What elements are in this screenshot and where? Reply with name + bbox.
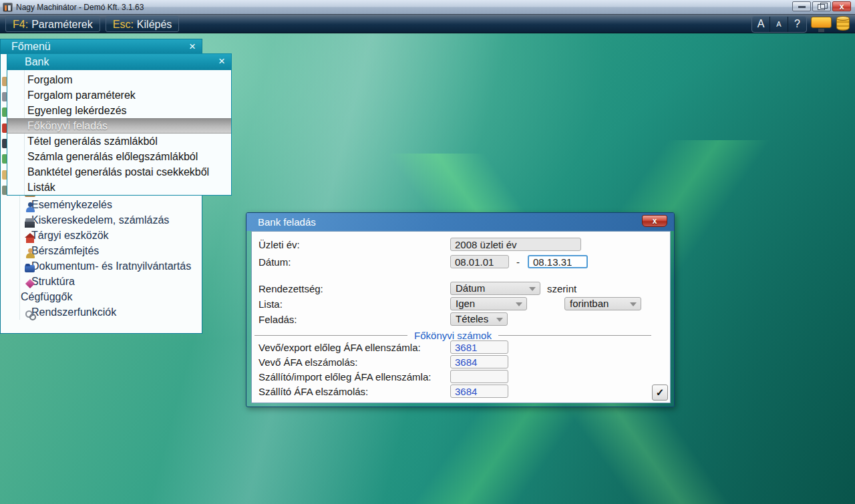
bank-menu-body: Forgalom Forgalom paraméterek Egyenleg l…: [7, 70, 231, 195]
bank-menu-items: Forgalom Forgalom paraméterek Egyenleg l…: [7, 72, 231, 195]
separator-line: [498, 335, 651, 336]
supplier-vat-settlement-field[interactable]: [450, 385, 508, 398]
close-icon: x: [833, 1, 850, 11]
ledger-section-title: Főkönyvi számok: [407, 330, 498, 341]
bank-item-forgalom[interactable]: Forgalom: [7, 72, 231, 87]
main-menu-titlebar[interactable]: Főmenü ×: [1, 39, 202, 54]
titlebar: Nagy Machinátor - Demó Kft. 3.1.63 x: [0, 0, 855, 15]
account-row: Vevő ÁFA elszámolás:: [252, 355, 670, 370]
menu-item-label: Rendszerfunkciók: [31, 306, 116, 318]
font-increase-button[interactable]: A: [752, 17, 770, 32]
sort-dropdown[interactable]: Dátum: [450, 282, 540, 295]
menubar: F4: Paraméterek Esc: Kilépés A A ?: [0, 15, 855, 33]
account-label: Vevő/export előleg ÁFA ellenszámla:: [259, 342, 421, 353]
checkmark-icon: ✓: [656, 387, 665, 398]
menu-item-esemenykezeles[interactable]: Eseménykezelés: [1, 197, 202, 212]
date-dash: -: [516, 256, 520, 268]
gears-icon: [25, 310, 35, 320]
font-decrease-button[interactable]: A: [770, 17, 788, 32]
bank-item-forgalom-parameterek[interactable]: Forgalom paraméterek: [7, 87, 231, 103]
minimize-button[interactable]: [792, 1, 811, 11]
sort-row: Rendezettség: Dátum szerint: [252, 282, 670, 296]
help-button[interactable]: ?: [788, 17, 806, 32]
dialog-title: Bank feladás: [258, 216, 316, 228]
bank-menu-close-icon[interactable]: ×: [218, 54, 225, 69]
sort-suffix: szerint: [547, 283, 576, 294]
business-year-field[interactable]: [450, 238, 581, 251]
menu-item-label: Dokumentum- és Iratnyilvántartás: [31, 260, 191, 272]
dialog-close-button[interactable]: x: [642, 215, 667, 227]
main-menu-close-icon[interactable]: ×: [189, 39, 196, 54]
f4-key-label: F4:: [13, 19, 28, 31]
bank-item-listak[interactable]: Listák: [7, 180, 231, 195]
supplier-import-advance-vat-field[interactable]: [450, 370, 508, 383]
cash-register-icon: [25, 218, 35, 228]
posting-row: Feladás: Tételes: [252, 312, 670, 327]
menu-item-berszamfejtes[interactable]: Bérszámfejtés: [1, 243, 202, 258]
bank-menu-title: Bank: [25, 56, 49, 68]
date-from-field[interactable]: [450, 255, 509, 268]
list-value: Igen: [456, 298, 475, 309]
close-button[interactable]: x: [832, 1, 851, 11]
list-row: Lista: Igen forintban: [252, 297, 670, 312]
menu-item-label: Struktúra: [31, 276, 75, 288]
customer-export-advance-vat-field[interactable]: [450, 340, 508, 354]
window-controls: x: [792, 1, 851, 11]
menu-item-struktura[interactable]: Struktúra: [1, 274, 202, 289]
list-dropdown[interactable]: Igen: [450, 297, 527, 310]
menu-item-targyi-eszkozok[interactable]: Tárgyi eszközök: [1, 228, 202, 243]
house-icon: [25, 233, 35, 243]
date-to-field[interactable]: [528, 255, 588, 268]
bank-item-banktetel-generalas[interactable]: Banktétel generálás postai csekkekből: [7, 164, 231, 180]
account-label: Vevő ÁFA elszámolás:: [259, 356, 357, 368]
window-title: Nagy Machinátor - Demó Kft. 3.1.63: [16, 3, 144, 12]
cube-icon: [25, 279, 35, 289]
account-row: Szállító ÁFA elszámolás:: [252, 385, 670, 399]
monitor-icon[interactable]: [811, 16, 832, 32]
menu-item-label: Cégfüggők: [21, 291, 72, 303]
currency-value: forintban: [570, 298, 609, 309]
payroll-person-icon: [25, 248, 35, 258]
separator-line: [254, 335, 407, 336]
confirm-button[interactable]: ✓: [652, 385, 668, 401]
menu-item-label: Kiskereskedelem, számlázás: [31, 214, 169, 226]
customer-vat-settlement-field[interactable]: [450, 355, 508, 368]
person-icon: [25, 202, 35, 212]
menu-item-kiskereskedelem[interactable]: Kiskereskedelem, számlázás: [1, 212, 202, 228]
esc-key-label: Esc:: [113, 19, 134, 31]
posting-label: Feladás:: [259, 314, 297, 325]
exit-label: Kilépés: [137, 19, 172, 31]
posting-value: Tételes: [456, 313, 488, 324]
application-window: Nagy Machinátor - Demó Kft. 3.1.63 x F4:…: [0, 0, 855, 504]
bank-item-szamla-generalas[interactable]: Számla generálás előlegszámlákból: [7, 149, 231, 164]
currency-dropdown[interactable]: forintban: [564, 297, 641, 310]
bank-menu-window: Bank × Forgalom Forgalom paraméterek Egy…: [7, 53, 232, 196]
menu-item-cegfuggok[interactable]: Cégfüggők: [1, 289, 202, 304]
folder-icon: [25, 264, 35, 274]
menu-item-dokumentum[interactable]: Dokumentum- és Iratnyilvántartás: [1, 258, 202, 274]
menu-item-label: Eseménykezelés: [31, 199, 112, 211]
account-label: Szállító ÁFA elszámolás:: [259, 386, 368, 397]
bank-menu-titlebar[interactable]: Bank ×: [7, 54, 231, 70]
menubar-right-group: A A ?: [751, 15, 851, 33]
menu-item-rendszerfunkciok[interactable]: Rendszerfunkciók: [1, 304, 202, 320]
posting-dropdown[interactable]: Tételes: [450, 312, 508, 326]
font-help-group: A A ?: [751, 16, 807, 33]
sort-label: Rendezettség:: [259, 283, 323, 294]
business-year-row: Üzleti év:: [252, 238, 670, 252]
ledger-section-separator: Főkönyvi számok: [254, 330, 651, 341]
exit-button[interactable]: Esc: Kilépés: [106, 16, 180, 32]
menu-item-label: Bérszámfejtés: [31, 245, 99, 257]
parameters-button[interactable]: F4: Paraméterek: [5, 16, 100, 32]
bank-item-fokonyvi-feladas-selected[interactable]: Főkönyvi feladás: [7, 118, 231, 134]
main-menu-items: Rendelés-nyilvántartás Eseménykezelés Ki…: [1, 182, 202, 320]
bank-item-tetel-generalas[interactable]: Tétel generálás számlákból: [7, 134, 231, 149]
business-year-label: Üzleti év:: [259, 239, 300, 250]
menu-item-label: Tárgyi eszközök: [31, 230, 109, 242]
account-row: Szállító/import előleg ÁFA ellenszámla:: [252, 370, 670, 385]
database-icon[interactable]: [836, 16, 850, 33]
bank-item-egyenleg-lekerdezes[interactable]: Egyenleg lekérdezés: [7, 103, 231, 118]
restore-button[interactable]: [812, 1, 831, 11]
dialog-titlebar[interactable]: Bank feladás x: [246, 213, 674, 231]
bank-feladas-dialog: Bank feladás x Üzleti év: Dátum: - Rende…: [246, 212, 675, 407]
